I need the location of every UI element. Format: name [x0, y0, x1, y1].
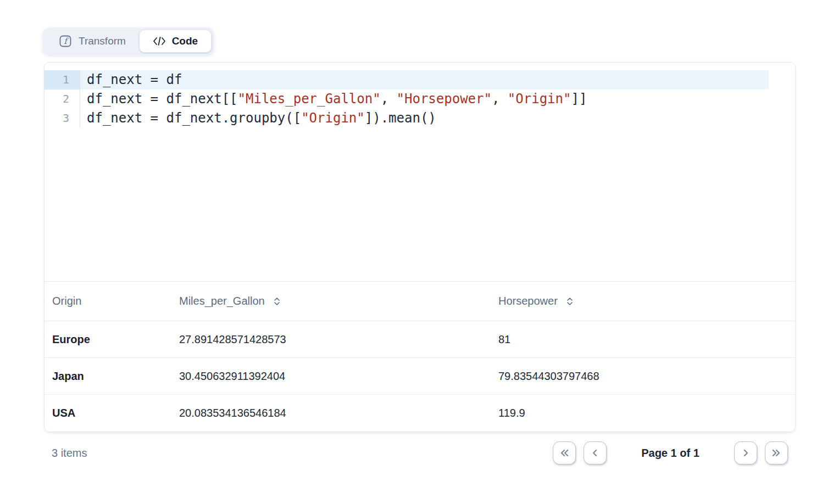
column-header-label: Origin: [52, 295, 81, 307]
code-table-panel: 1df_next = df2df_next = df_next[["Miles_…: [44, 62, 796, 432]
sort-icon[interactable]: [565, 296, 574, 307]
table-footer: 3 items Page 1 of 1: [44, 440, 796, 466]
code-text[interactable]: df_next = df: [80, 70, 769, 89]
function-icon: f: [59, 35, 71, 47]
code-editor[interactable]: 1df_next = df2df_next = df_next[["Miles_…: [45, 63, 795, 282]
tab-code[interactable]: Code: [139, 30, 212, 53]
code-line[interactable]: 2df_next = df_next[["Miles_per_Gallon", …: [45, 89, 795, 109]
tab-transform-label: Transform: [79, 35, 126, 47]
code-token: ]).mean(): [365, 110, 436, 126]
code-token: ,: [492, 91, 508, 107]
view-mode-toggle: f Transform Code: [43, 27, 214, 55]
code-text[interactable]: df_next = df_next[["Miles_per_Gallon", "…: [80, 89, 769, 109]
chevron-left-icon: [590, 447, 601, 458]
column-header-origin: Origin: [45, 295, 179, 307]
table-row: USA 20.083534136546184 119.9: [45, 395, 795, 432]
first-page-button[interactable]: [553, 441, 576, 464]
column-header-label: Miles_per_Gallon: [179, 295, 265, 307]
code-icon: [153, 36, 166, 47]
cell-miles-per-gallon: 20.083534136546184: [179, 407, 498, 419]
table-row: Japan 30.450632911392404 79.835443037974…: [45, 358, 795, 395]
string-token: "Miles_per_Gallon": [238, 91, 381, 107]
code-token: ,: [381, 91, 397, 107]
cell-origin: USA: [45, 407, 179, 419]
sort-icon[interactable]: [273, 296, 281, 307]
svg-text:f: f: [64, 36, 69, 46]
cell-miles-per-gallon: 27.891428571428573: [179, 333, 498, 346]
tab-code-label: Code: [172, 35, 198, 47]
cell-miles-per-gallon: 30.450632911392404: [179, 370, 498, 383]
next-page-button[interactable]: [734, 441, 757, 464]
code-text[interactable]: df_next = df_next.groupby(["Origin"]).me…: [80, 109, 769, 128]
line-number: 3: [45, 109, 80, 128]
table-header-row: Origin Miles_per_Gallon Horsepower: [45, 282, 795, 321]
items-count: 3 items: [52, 447, 87, 460]
pagination: Page 1 of 1: [553, 441, 788, 464]
code-token: df_next = df_next.groupby([: [87, 110, 301, 126]
double-chevron-right-icon: [770, 447, 782, 458]
cell-horsepower: 119.9: [498, 407, 795, 419]
cell-horsepower: 81: [498, 333, 795, 346]
code-token: df_next = df: [87, 72, 182, 87]
canvas: f Transform Code 1df_next = df2df_next =…: [0, 0, 833, 504]
column-header-horsepower[interactable]: Horsepower: [498, 295, 795, 307]
string-token: "Horsepower": [397, 91, 492, 107]
code-line[interactable]: 3df_next = df_next.groupby(["Origin"]).m…: [45, 109, 795, 128]
cell-origin: Japan: [45, 370, 179, 383]
line-number: 2: [45, 89, 80, 109]
code-token: ]]: [571, 91, 587, 107]
double-chevron-left-icon: [558, 447, 570, 458]
cell-origin: Europe: [45, 333, 179, 346]
line-number: 1: [45, 70, 80, 89]
tab-transform[interactable]: f Transform: [43, 27, 139, 55]
code-token: df_next = df_next[[: [87, 91, 238, 107]
table-row: Europe 27.891428571428573 81: [45, 321, 795, 358]
column-header-miles-per-gallon[interactable]: Miles_per_Gallon: [179, 295, 498, 307]
chevron-right-icon: [740, 447, 751, 458]
string-token: "Origin": [301, 110, 365, 126]
string-token: "Origin": [508, 91, 571, 107]
page-indicator: Page 1 of 1: [607, 447, 734, 460]
column-header-label: Horsepower: [498, 295, 558, 307]
code-line[interactable]: 1df_next = df: [45, 70, 795, 89]
previous-page-button[interactable]: [584, 441, 607, 464]
last-page-button[interactable]: [765, 441, 788, 464]
cell-horsepower: 79.83544303797468: [498, 370, 795, 383]
